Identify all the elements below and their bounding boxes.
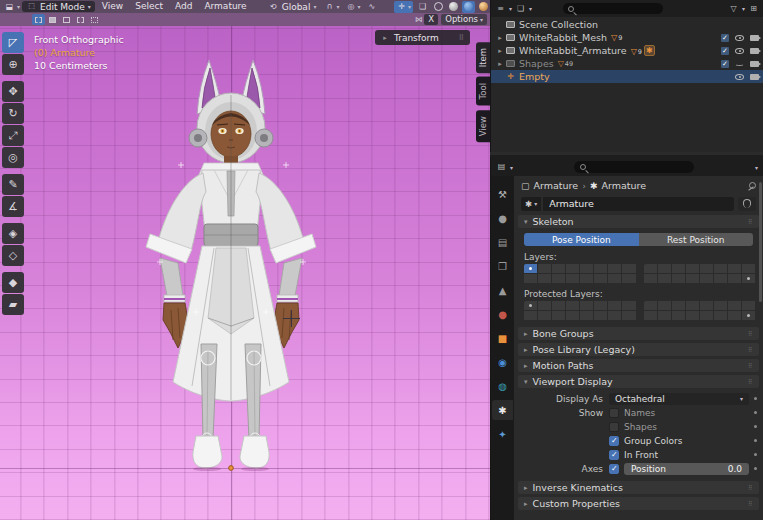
layer-cell[interactable] xyxy=(658,301,671,310)
tab-item[interactable]: Item xyxy=(476,42,490,73)
layer-cell[interactable] xyxy=(608,311,621,320)
expander-icon[interactable]: ▸ xyxy=(495,34,505,42)
layer-cell[interactable] xyxy=(552,301,565,310)
properties-search-input[interactable] xyxy=(574,161,694,173)
menu-armature[interactable]: Armature xyxy=(199,0,251,13)
select-mode-invert-icon[interactable] xyxy=(74,14,87,25)
outliner-display-mode-icon[interactable]: ❏ xyxy=(515,3,526,14)
properties-tab-output-icon[interactable]: ▤ xyxy=(492,232,513,252)
tool-measure-icon[interactable]: ∡ xyxy=(2,196,24,217)
layer-cell[interactable] xyxy=(644,301,657,310)
panel-skeleton[interactable]: ▾ Skeleton ⠿ xyxy=(518,215,759,228)
fake-user-shield-icon[interactable] xyxy=(738,197,756,211)
tool-rotate-icon[interactable]: ↻ xyxy=(2,103,24,124)
layer-cell[interactable] xyxy=(608,301,621,310)
layer-cell[interactable] xyxy=(658,311,671,320)
layer-cell[interactable] xyxy=(686,264,699,273)
render-camera-icon[interactable] xyxy=(750,48,759,54)
tool-move-icon[interactable]: ✥ xyxy=(2,81,24,102)
options-dropdown[interactable]: Options▾ xyxy=(441,14,487,25)
hide-eye-icon[interactable] xyxy=(735,74,744,80)
layer-cell[interactable] xyxy=(538,311,551,320)
mode-dropdown[interactable]: ⬚ Edit Mode ▾ xyxy=(22,1,95,12)
layer-cell[interactable] xyxy=(524,301,537,310)
outliner-row-shapes[interactable]: ▸ Shapes ▽49 ✓ xyxy=(491,57,763,70)
proportional-editing-icon[interactable]: ◎▾ xyxy=(343,1,362,13)
layer-cell[interactable] xyxy=(580,274,593,283)
rest-position-button[interactable]: Rest Position xyxy=(639,233,754,246)
properties-options-icon[interactable]: ▾ xyxy=(755,164,758,171)
layer-cell[interactable] xyxy=(700,301,713,310)
layer-cell[interactable] xyxy=(644,274,657,283)
properties-tab-view-layer-icon[interactable]: ❐ xyxy=(492,256,513,276)
layer-cell[interactable] xyxy=(672,274,685,283)
layer-cell[interactable] xyxy=(686,274,699,283)
selectable-checkbox[interactable]: ✓ xyxy=(721,47,729,55)
falloff-curve-icon[interactable]: ∿ xyxy=(364,1,379,13)
layer-cell[interactable] xyxy=(622,264,635,273)
outliner-editor-type-icon[interactable]: ≡ xyxy=(495,3,506,14)
layer-cell[interactable] xyxy=(524,264,537,273)
render-camera-icon[interactable] xyxy=(750,74,759,80)
layer-cell[interactable] xyxy=(728,264,741,273)
filter-icon[interactable]: ▽ xyxy=(728,3,739,14)
layer-cell[interactable] xyxy=(538,264,551,273)
shading-rendered-icon[interactable] xyxy=(477,1,490,13)
layer-cell[interactable] xyxy=(580,264,593,273)
properties-scrollbar[interactable] xyxy=(759,182,762,302)
layer-cell[interactable] xyxy=(524,311,537,320)
shading-solid-icon[interactable] xyxy=(447,1,460,13)
expander-icon[interactable]: ▸ xyxy=(495,60,505,68)
select-mode-subtract-icon[interactable] xyxy=(60,14,73,25)
layer-cell[interactable] xyxy=(608,264,621,273)
display-as-dropdown[interactable]: Octahedral ▾ xyxy=(609,393,749,405)
animate-decorator[interactable] xyxy=(754,467,757,470)
id-type-dropdown[interactable]: ✱▾ xyxy=(521,197,541,211)
panel-bone-groups[interactable]: ▸Bone Groups ⠿ xyxy=(518,327,759,340)
select-mode-intersect-icon[interactable] xyxy=(88,14,101,25)
layer-cell[interactable] xyxy=(524,274,537,283)
tab-view[interactable]: View xyxy=(476,110,490,142)
shapes-checkbox[interactable] xyxy=(609,422,619,432)
tool-extrude-icon[interactable]: ◈ xyxy=(2,223,24,244)
layer-cell[interactable] xyxy=(672,301,685,310)
layer-cell[interactable] xyxy=(594,274,607,283)
animate-decorator[interactable] xyxy=(754,411,757,414)
tool-shear-icon[interactable]: ▰ xyxy=(2,294,24,315)
panel-pose-library[interactable]: ▸Pose Library (Legacy) ⠿ xyxy=(518,343,759,356)
expander-icon[interactable]: ▸ xyxy=(495,47,505,55)
layer-cell[interactable] xyxy=(714,274,727,283)
layer-cell[interactable] xyxy=(594,264,607,273)
layer-cell[interactable] xyxy=(700,274,713,283)
layer-cell[interactable] xyxy=(594,301,607,310)
layer-cell[interactable] xyxy=(552,264,565,273)
layer-cell[interactable] xyxy=(686,311,699,320)
names-checkbox[interactable] xyxy=(609,408,619,418)
layer-cell[interactable] xyxy=(594,311,607,320)
viewport-3d[interactable]: ⬓ ▾ ⬚ Edit Mode ▾ View Select Add Armatu… xyxy=(0,0,490,520)
layer-cell[interactable] xyxy=(714,301,727,310)
character-model[interactable] xyxy=(0,0,490,520)
tool-cursor-icon[interactable]: ⊕ xyxy=(2,54,24,75)
layer-cell[interactable] xyxy=(700,311,713,320)
layer-cell[interactable] xyxy=(742,311,755,320)
layer-cell[interactable] xyxy=(552,311,565,320)
hide-eye-icon[interactable] xyxy=(735,35,744,41)
outliner-search-input[interactable] xyxy=(563,3,663,14)
properties-tab-world-icon[interactable]: ● xyxy=(492,304,513,324)
layer-cell[interactable] xyxy=(580,311,593,320)
breadcrumb-object[interactable]: Armature xyxy=(534,180,579,191)
menu-add[interactable]: Add xyxy=(170,0,197,13)
breadcrumb-data[interactable]: Armature xyxy=(601,180,646,191)
render-camera-icon[interactable] xyxy=(750,35,759,41)
layer-cell[interactable] xyxy=(622,311,635,320)
orientation-dropdown[interactable]: ⟲ Global ▾ xyxy=(264,1,321,12)
layer-cell[interactable] xyxy=(644,264,657,273)
layer-cell[interactable] xyxy=(622,274,635,283)
editor-type-icon[interactable]: ⬓ xyxy=(4,1,15,12)
shading-material-icon[interactable] xyxy=(462,1,475,13)
select-mode-extend-icon[interactable] xyxy=(46,14,59,25)
layer-cell[interactable] xyxy=(566,264,579,273)
properties-tab-tool-icon[interactable]: ⚒ xyxy=(492,184,513,204)
tool-bone-envelope-icon[interactable]: ◆ xyxy=(2,272,24,293)
